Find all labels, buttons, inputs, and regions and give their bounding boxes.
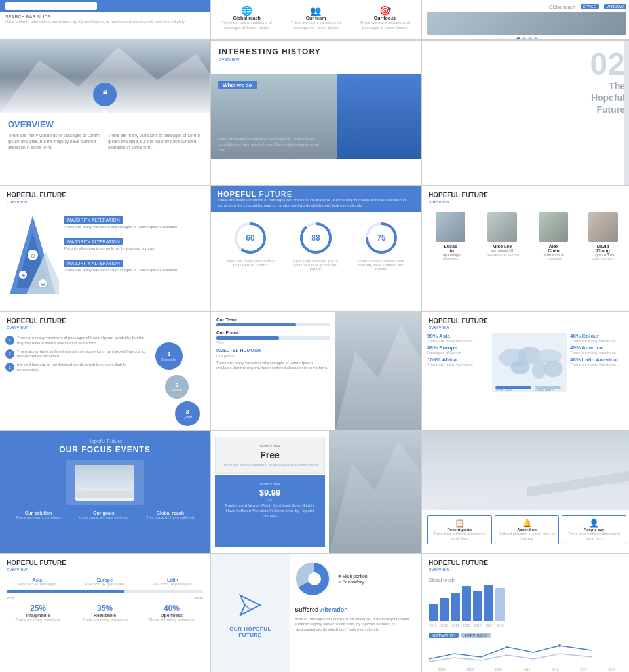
slide-r4c3: HOPEFUL FUTURE overview 99% Asia There a… bbox=[422, 312, 629, 430]
yr-2018: 2018 bbox=[495, 623, 505, 627]
paid-overview: overview bbox=[220, 481, 320, 486]
svg-point-28 bbox=[506, 646, 508, 648]
latin-pct: 48% Latin America bbox=[570, 357, 626, 363]
numbered-link[interactable]: overview bbox=[7, 325, 203, 330]
our-solution: Our solution There are many variations bbox=[16, 511, 62, 519]
team-link[interactable]: overview bbox=[429, 199, 625, 205]
data-europe: Europe APP $56.4k, passages bbox=[74, 578, 135, 586]
people-icon: 👤 bbox=[565, 519, 623, 528]
pricing-mountain bbox=[329, 431, 421, 553]
prog-bar-row bbox=[7, 590, 203, 593]
bubble-1-label: Empathy bbox=[161, 357, 177, 361]
prog-fill-main bbox=[7, 590, 124, 593]
stat-america: 49% America There are many variations bbox=[570, 345, 626, 355]
databars-header: HOPEFUL FUTURE overview bbox=[0, 554, 210, 575]
databars-link[interactable]: overview bbox=[7, 566, 203, 572]
chart-area: Global reach 2012 2013 2014 2015 2016 20… bbox=[422, 575, 629, 672]
team-bar-bg bbox=[216, 323, 330, 326]
num-badge-2: 2 bbox=[5, 349, 14, 359]
dot-3 bbox=[528, 37, 532, 39]
slide-r5c3: 📋 Recent posts There have suffered alter… bbox=[422, 431, 629, 553]
free-overview: overview bbox=[221, 443, 319, 448]
line-chart bbox=[429, 641, 592, 663]
name-zhang: Zhang bbox=[588, 248, 618, 253]
stat-global-reach: 🌐 Global reach There are many variations… bbox=[215, 5, 278, 31]
header-global: Global reach bbox=[549, 5, 575, 9]
header-window: WINDOW bbox=[604, 4, 626, 9]
pie-section: ■ Main portion ■ Secondary bbox=[295, 559, 415, 599]
pct-openness-desc: There are many variations bbox=[140, 618, 203, 622]
laptop-display bbox=[75, 465, 134, 491]
slide-number-display: 02 TheHopefulFuture bbox=[590, 49, 625, 116]
item1-label: MAJORITY ALTERATION bbox=[64, 216, 123, 224]
barchart-link[interactable]: overview bbox=[429, 566, 625, 572]
presentation-grid: Search bar slide Have suffered alteratio… bbox=[0, 0, 629, 672]
pie-chart-svg bbox=[295, 559, 334, 599]
slide-r1c2: 🌐 Global reach There are many variations… bbox=[211, 0, 421, 39]
pct-imaginable-val: 25% bbox=[7, 604, 69, 613]
global-desc: This capacity have suffered bbox=[146, 515, 194, 519]
line-yr-4: 2015 bbox=[514, 667, 540, 671]
footer-2: A passage of lorem ipsum, just used to r… bbox=[290, 259, 342, 271]
name-lucas: Lucas bbox=[436, 244, 465, 248]
world-link[interactable]: overview bbox=[429, 325, 625, 330]
focus-global-reach: Global reach This capacity have suffered bbox=[146, 511, 194, 519]
pct-25: 25% bbox=[7, 596, 14, 600]
history-link[interactable]: overview bbox=[219, 56, 413, 62]
free-label: Free bbox=[221, 450, 319, 460]
line-yr-2: 2013 bbox=[457, 667, 483, 671]
stat-asia: 99% Asia There are many variations bbox=[427, 333, 489, 343]
world-header: HOPEFUL FUTURE overview bbox=[422, 312, 629, 333]
bubble-3-num: 3 bbox=[185, 408, 189, 415]
our-goals: Our goals Input capacity have suffered bbox=[79, 511, 128, 519]
data-asia-pct: Asia bbox=[7, 578, 67, 582]
hopeful-future-header: HOPEFUL FUTURE There are many variations… bbox=[211, 186, 421, 212]
airplane-buttons: 📋 Recent posts There have suffered alter… bbox=[422, 510, 629, 547]
africa-pct: 100% Africa bbox=[427, 357, 489, 363]
triangle-link[interactable]: overview bbox=[7, 199, 203, 205]
people-say-btn[interactable]: 👤 People say There have suffered alterat… bbox=[562, 515, 626, 544]
pct-openness: 40% Openness There are many variations bbox=[140, 604, 203, 622]
stats-right: 48% Colour There are many variations 49%… bbox=[570, 333, 626, 392]
yr-2016: 2016 bbox=[473, 623, 482, 627]
variations-title: Search bar slide bbox=[5, 14, 204, 19]
accordion-btn[interactable]: 🔔 Accordion Suffered alteration in some … bbox=[495, 515, 560, 544]
recent-posts-btn[interactable]: 📋 Recent posts There have suffered alter… bbox=[427, 515, 492, 544]
america-pct: 49% America bbox=[570, 345, 626, 351]
stat-africa: 100% Africa There are many variations bbox=[427, 357, 489, 366]
svg-marker-24 bbox=[240, 595, 260, 615]
slide-r3c1: HOPEFUL FUTURE overview ⊕ ⊕ ⊕ bbox=[0, 186, 210, 311]
slide-r5c1: Hopeful Future OUR FOCUS EVENTS Our solu… bbox=[0, 431, 210, 553]
slide-r1c3: Global reach SPACE WINDOW bbox=[422, 0, 629, 39]
our-team-section: Our Team bbox=[216, 317, 330, 326]
data-values-row: Asia APP $16.4k passages Europe APP $56.… bbox=[7, 578, 203, 586]
accordion-desc: Suffered alteration in some form, by inj… bbox=[498, 532, 556, 541]
history-body: There are many variations or passages of… bbox=[218, 136, 326, 153]
focus-left: Our Team Our Focus 40% INJECTED HUMOUR O… bbox=[211, 312, 335, 430]
variations-desc: Have suffered alteration in some form, b… bbox=[5, 19, 204, 24]
accordion-icon: 🔔 bbox=[498, 519, 556, 528]
bubble-decoration: 1 Empathy 2 Vision 3 Quiet bbox=[152, 336, 204, 421]
latin-desc: There are many variations bbox=[570, 363, 626, 366]
world-map-img: Local reach Global reach bbox=[492, 333, 567, 392]
focus-layout: Our Team Our Focus 40% INJECTED HUMOUR O… bbox=[211, 312, 421, 430]
hopeful-title: OUR HOPEFUL FUTURE bbox=[218, 626, 283, 638]
stats-left: 99% Asia There are many variations 88% E… bbox=[427, 333, 489, 392]
world-stats: 99% Asia There are many variations 88% E… bbox=[422, 333, 629, 392]
item2-label: MAJORITY ALTERATION bbox=[64, 238, 123, 245]
slide-r4c1: HOPEFUL FUTURE overview 1 There are many… bbox=[0, 312, 210, 430]
barchart-header: HOPEFUL FUTURE overview bbox=[422, 554, 629, 575]
bar-2018 bbox=[495, 588, 505, 621]
databars-heading: HOPEFUL FUTURE bbox=[7, 559, 203, 566]
solution-desc: There are many variations bbox=[16, 515, 62, 519]
svg-text:⊕: ⊕ bbox=[31, 253, 35, 259]
yr-2012: 2012 bbox=[429, 623, 438, 627]
laptop-base bbox=[75, 491, 134, 498]
triangle-decoration: ⊕ ⊕ ⊕ bbox=[7, 212, 59, 298]
majority-list: MAJORITY ALTERATION There are many varia… bbox=[64, 212, 203, 298]
search-bar[interactable] bbox=[5, 2, 97, 10]
num-text-3: Injected humour, or randomised words whi… bbox=[17, 363, 147, 373]
data-latin-label: APP $56.6k passages bbox=[142, 582, 203, 586]
focus-bar-fill bbox=[216, 336, 279, 340]
hf-desc: There are many variations of passages of… bbox=[218, 198, 414, 208]
